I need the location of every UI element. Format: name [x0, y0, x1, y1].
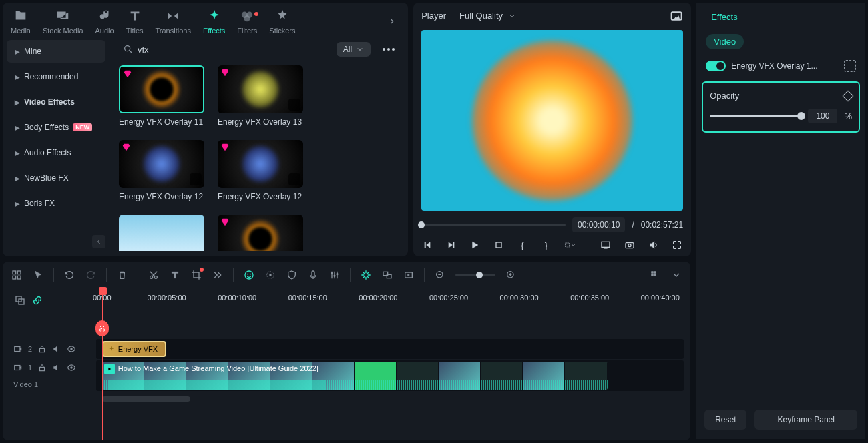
sidebar-item-boris-fx[interactable]: ▶Boris FX	[7, 192, 105, 215]
clip-settings-button[interactable]	[564, 239, 576, 251]
effect-thumbnail[interactable]	[119, 65, 204, 113]
reset-button[interactable]: Reset	[704, 410, 746, 430]
sidebar-item-body-effects[interactable]: ▶Body EffectsNEW	[7, 116, 105, 139]
inspector-tab-effects[interactable]: Effects	[702, 7, 860, 27]
chevron-down-icon	[570, 240, 576, 250]
zoom-in-button[interactable]	[505, 269, 517, 281]
marker-button[interactable]	[360, 269, 372, 281]
effect-thumbnail[interactable]	[119, 140, 204, 188]
download-icon[interactable]	[288, 173, 300, 185]
scrollbar-thumb[interactable]	[102, 396, 190, 402]
keyframe-diamond-button[interactable]	[843, 90, 854, 101]
opacity-slider-head[interactable]	[797, 112, 805, 120]
track-lock-button[interactable]	[37, 363, 47, 372]
mark-in-button[interactable]: {	[517, 239, 529, 251]
delete-button[interactable]	[116, 269, 128, 281]
playhead[interactable]	[102, 288, 103, 440]
track-visibility-button[interactable]	[67, 344, 76, 354]
scrubber-head[interactable]	[418, 222, 425, 228]
sidebar-item-audio-effects[interactable]: ▶Audio Effects	[7, 141, 105, 164]
snapshot-button[interactable]	[670, 9, 683, 23]
redo-button[interactable]	[85, 269, 97, 281]
track-overlay-button[interactable]	[15, 295, 25, 306]
track-mute-button[interactable]	[52, 344, 61, 354]
view-options-dropdown[interactable]	[670, 269, 682, 281]
svg-point-40	[70, 348, 73, 350]
ai-portrait-button[interactable]	[243, 269, 255, 281]
shield-button[interactable]	[286, 269, 298, 281]
tab-filters[interactable]: Filters	[237, 8, 257, 35]
tab-stock-media[interactable]: Stock Media	[43, 8, 83, 35]
effect-enable-toggle[interactable]	[706, 61, 726, 71]
capture-button[interactable]	[624, 239, 636, 251]
vfx-clip[interactable]: Energy VFX	[102, 341, 166, 357]
sidebar-item-mine[interactable]: ▶Mine	[7, 40, 105, 63]
video-preview[interactable]	[421, 30, 683, 211]
scrubber[interactable]	[421, 224, 566, 226]
tabs-scroll-right[interactable]	[384, 13, 400, 29]
svg-rect-5	[496, 242, 501, 248]
undo-button[interactable]	[63, 269, 75, 281]
effect-expand-button[interactable]	[844, 60, 856, 72]
color-button[interactable]	[264, 269, 276, 281]
svg-rect-8	[626, 243, 634, 248]
volume-button[interactable]	[648, 239, 660, 251]
mark-out-button[interactable]: }	[540, 239, 552, 251]
tab-titles[interactable]: Titles	[126, 8, 144, 35]
arrange-button[interactable]	[11, 269, 23, 281]
track-visibility-button[interactable]	[67, 363, 76, 372]
zoom-out-button[interactable]	[434, 269, 446, 281]
cut-button[interactable]	[148, 269, 160, 281]
sidebar-item-video-effects[interactable]: ▶Video Effects	[7, 91, 105, 113]
download-icon[interactable]	[190, 173, 202, 185]
display-settings-button[interactable]	[600, 239, 612, 251]
search-input[interactable]	[138, 45, 284, 55]
next-frame-button[interactable]	[445, 239, 457, 251]
text-button[interactable]	[169, 269, 181, 281]
video-clip[interactable]: How to Make a Game Streaming Video [Ulti…	[102, 362, 608, 390]
download-icon[interactable]	[288, 99, 300, 111]
tab-stickers[interactable]: Stickers	[269, 8, 295, 35]
more-options-button[interactable]	[379, 44, 399, 55]
effect-thumbnail[interactable]	[218, 140, 303, 188]
filter-dropdown[interactable]: All	[337, 42, 371, 57]
effect-thumbnail[interactable]	[119, 215, 204, 251]
ruler[interactable]: 00:00 00:00:05:00 00:00:10:00 00:00:15:0…	[96, 288, 684, 312]
tab-audio[interactable]: Audio	[95, 8, 114, 35]
link-button[interactable]	[32, 295, 43, 306]
track-mute-button[interactable]	[52, 363, 61, 372]
mixer-button[interactable]	[329, 269, 341, 281]
effect-thumbnail[interactable]	[218, 215, 303, 251]
prev-frame-button[interactable]	[421, 239, 433, 251]
svg-point-2	[244, 15, 250, 21]
render-button[interactable]	[403, 269, 415, 281]
svg-rect-31	[654, 272, 656, 274]
chevron-down-icon	[356, 45, 364, 53]
quality-dropdown[interactable]: Full Quality	[454, 8, 521, 23]
zoom-slider[interactable]	[455, 274, 495, 276]
collapse-sidebar-button[interactable]	[92, 235, 105, 248]
keyframe-panel-button[interactable]: Keyframe Panel	[754, 410, 857, 430]
sidebar-item-newblue-fx[interactable]: ▶NewBlue FX	[7, 167, 105, 189]
opacity-slider[interactable]	[710, 115, 801, 117]
select-tool-button[interactable]	[32, 269, 44, 281]
play-button[interactable]	[469, 239, 481, 251]
mic-button[interactable]	[307, 269, 319, 281]
effect-thumbnail[interactable]	[218, 65, 303, 113]
opacity-value-input[interactable]	[808, 109, 837, 123]
svg-point-17	[247, 274, 248, 274]
fullscreen-button[interactable]	[671, 239, 683, 251]
sidebar-item-recommended[interactable]: ▶Recommended	[7, 65, 105, 88]
view-options-button[interactable]	[649, 269, 661, 281]
tab-effects[interactable]: Effects	[203, 8, 225, 35]
effect-card: Energy VFX Overlay 11	[119, 65, 204, 127]
track-lock-button[interactable]	[37, 344, 47, 354]
inspector-pill-video[interactable]: Video	[706, 34, 744, 49]
tab-transitions[interactable]: Transitions	[156, 8, 191, 35]
tab-media[interactable]: Media	[11, 8, 31, 35]
zoom-slider-head[interactable]	[476, 272, 483, 278]
more-tools-button[interactable]	[212, 269, 224, 281]
stop-button[interactable]	[493, 239, 505, 251]
crop-button[interactable]	[190, 269, 202, 281]
group-button[interactable]	[381, 269, 393, 281]
